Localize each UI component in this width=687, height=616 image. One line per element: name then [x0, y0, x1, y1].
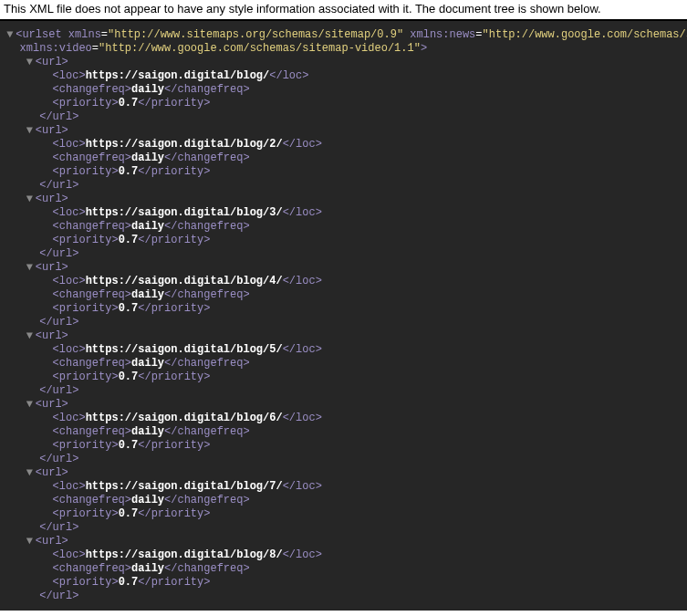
expand-toggle-icon[interactable]: ▼: [26, 329, 36, 343]
expand-toggle-icon[interactable]: ▼: [26, 535, 36, 548]
expand-toggle-icon[interactable]: ▼: [26, 466, 36, 480]
expand-toggle-icon[interactable]: ▼: [26, 193, 36, 206]
xml-tree: ▼<urlset xmlns="http://www.sitemaps.org/…: [0, 21, 687, 611]
expand-toggle-icon[interactable]: ▼: [26, 56, 36, 69]
expand-toggle-icon[interactable]: ▼: [26, 124, 36, 138]
expand-toggle-icon[interactable]: ▼: [6, 28, 16, 42]
xml-style-warning: This XML file does not appear to have an…: [0, 0, 687, 21]
expand-toggle-icon[interactable]: ▼: [26, 398, 36, 412]
expand-toggle-icon[interactable]: ▼: [26, 261, 36, 275]
